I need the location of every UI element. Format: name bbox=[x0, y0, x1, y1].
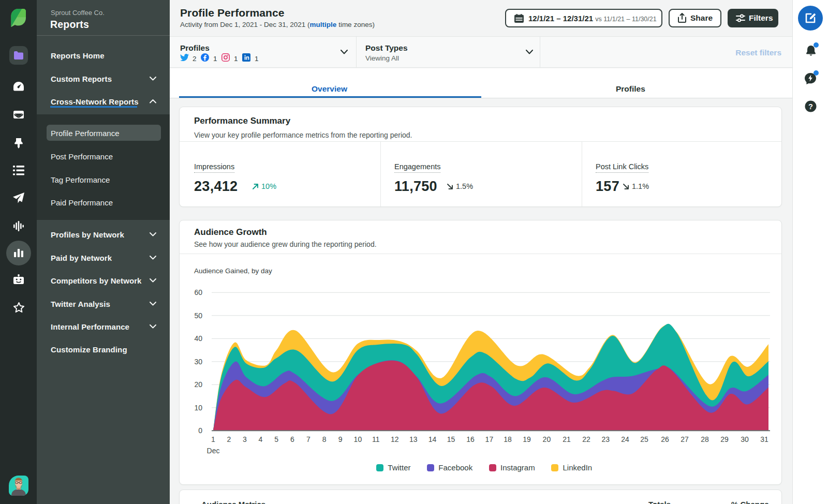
svg-text:16: 16 bbox=[466, 435, 475, 443]
svg-text:8: 8 bbox=[322, 435, 327, 443]
svg-text:30: 30 bbox=[194, 358, 202, 366]
svg-text:26: 26 bbox=[661, 435, 669, 443]
svg-text:12: 12 bbox=[391, 435, 399, 443]
svg-text:20: 20 bbox=[194, 380, 202, 389]
svg-text:22: 22 bbox=[582, 435, 590, 443]
svg-text:0: 0 bbox=[198, 426, 202, 435]
svg-text:25: 25 bbox=[640, 435, 648, 443]
svg-text:28: 28 bbox=[701, 435, 709, 443]
svg-text:21: 21 bbox=[563, 435, 571, 443]
svg-text:?: ? bbox=[808, 102, 813, 111]
svg-text:11: 11 bbox=[372, 435, 380, 443]
svg-text:3: 3 bbox=[243, 435, 247, 443]
svg-text:50: 50 bbox=[194, 312, 202, 320]
svg-text:10: 10 bbox=[194, 404, 202, 412]
svg-text:40: 40 bbox=[194, 334, 202, 343]
svg-text:18: 18 bbox=[504, 435, 512, 443]
svg-text:2: 2 bbox=[227, 435, 231, 443]
svg-text:1: 1 bbox=[211, 435, 215, 443]
svg-text:27: 27 bbox=[681, 435, 689, 443]
svg-text:30: 30 bbox=[741, 435, 749, 443]
svg-text:5: 5 bbox=[274, 435, 278, 443]
svg-text:10: 10 bbox=[354, 435, 362, 443]
svg-text:7: 7 bbox=[306, 435, 310, 443]
svg-text:4: 4 bbox=[259, 435, 263, 443]
svg-text:14: 14 bbox=[428, 435, 437, 443]
svg-text:13: 13 bbox=[409, 435, 418, 443]
svg-text:6: 6 bbox=[290, 435, 294, 443]
svg-text:Dec: Dec bbox=[207, 447, 220, 455]
svg-text:31: 31 bbox=[760, 435, 768, 443]
svg-text:9: 9 bbox=[338, 435, 343, 443]
svg-text:15: 15 bbox=[447, 435, 455, 443]
svg-text:24: 24 bbox=[621, 435, 629, 443]
svg-text:29: 29 bbox=[720, 435, 729, 443]
svg-text:19: 19 bbox=[523, 435, 531, 443]
svg-text:60: 60 bbox=[194, 288, 202, 297]
svg-text:20: 20 bbox=[543, 435, 551, 443]
svg-text:17: 17 bbox=[485, 435, 494, 443]
svg-text:23: 23 bbox=[601, 435, 610, 443]
